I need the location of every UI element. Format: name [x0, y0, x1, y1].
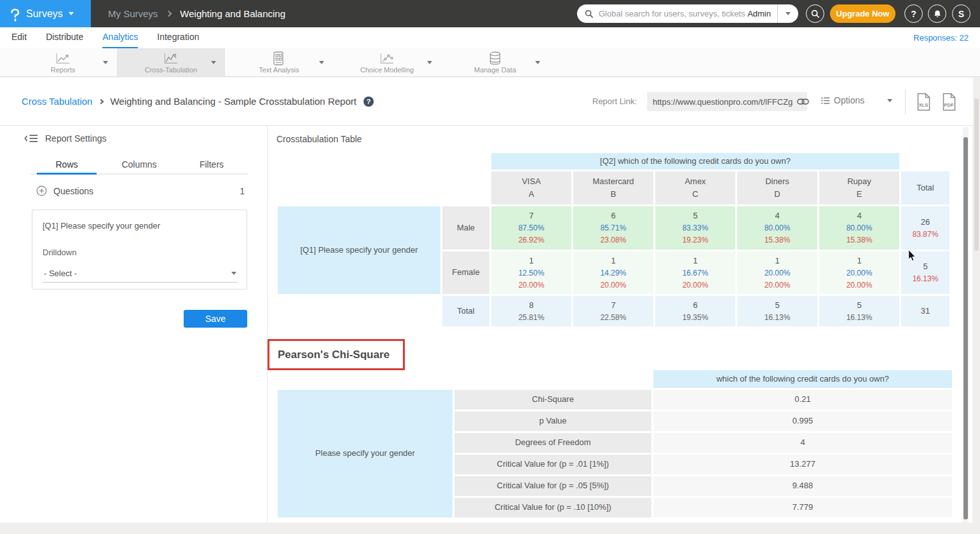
cell-count: 1 [529, 255, 533, 267]
settings-tab-rows[interactable]: Rows [31, 156, 103, 173]
chevron-down-icon[interactable] [103, 61, 108, 64]
svg-text:XLS: XLS [919, 102, 929, 108]
cell-column-percent: 14.29% [601, 267, 627, 279]
settings-tabs: RowsColumnsFilters [31, 156, 248, 175]
column-code: A [529, 188, 534, 201]
breadcrumb-my-surveys[interactable]: My Surveys [108, 8, 158, 19]
question-text: [Q1] Please specify your gender [43, 221, 160, 230]
chi-square-stat-label: Critical Value for (p = .10 [10%]) [454, 498, 651, 517]
cell-count: 26 [921, 216, 930, 229]
help-icon[interactable]: ? [364, 97, 374, 107]
cell-row-percent: 20.00% [519, 279, 545, 291]
row-header-male: Male [442, 206, 489, 250]
total-row-cell: 516.13% [819, 296, 899, 326]
choice-modelling-icon [379, 51, 395, 65]
cell-count: 7 [611, 299, 615, 312]
column-header-visa: VISAA [491, 171, 571, 204]
chi-square-stat-value: 9.488 [653, 476, 952, 496]
chevron-down-icon[interactable] [319, 61, 324, 64]
search-scope-dropdown[interactable] [778, 4, 798, 23]
toolbar-reports[interactable]: Reports [9, 48, 117, 76]
cell-row-percent: 16.13% [913, 273, 939, 285]
row-label: Total [457, 305, 474, 317]
stat-label: Critical Value for (p = .10 [10%]) [494, 501, 611, 514]
row-label: Female [452, 266, 479, 279]
cell-row-percent: 20.00% [847, 279, 873, 291]
stat-label: p Value [539, 415, 566, 427]
tab-distribute[interactable]: Distribute [46, 27, 83, 48]
crosstab-cell: 114.29%20.00% [573, 251, 653, 294]
tab-integration[interactable]: Integration [157, 27, 199, 48]
add-question-icon[interactable] [36, 185, 47, 196]
cell-row-percent: 83.87% [913, 229, 939, 241]
divider [267, 126, 268, 523]
search-button[interactable] [806, 4, 824, 23]
questions-count: 1 [240, 186, 245, 196]
cell-count: 5 [693, 210, 697, 222]
responses-count[interactable]: Responses: 22 [913, 27, 969, 48]
questions-section-header[interactable]: Questions 1 [31, 185, 248, 197]
divider [905, 89, 906, 114]
save-button[interactable]: Save [184, 310, 247, 328]
column-code: B [611, 188, 616, 201]
settings-tab-filters[interactable]: Filters [175, 156, 248, 173]
crosstab-cell: 787.50%26.92% [491, 206, 571, 250]
options-button[interactable]: Options [821, 95, 864, 105]
column-code: E [857, 188, 862, 201]
chevron-down-icon[interactable] [211, 61, 216, 64]
tab-edit[interactable]: Edit [11, 27, 27, 48]
toolbar-manage-data[interactable]: Manage Data [441, 48, 549, 76]
upgrade-now-button[interactable]: Upgrade Now [830, 4, 895, 23]
crosstab-section-title: Crosstabulation Table [276, 134, 362, 144]
toolbar-cross-tabulation[interactable]: Cross-Tabulation [117, 48, 225, 76]
link-icon[interactable] [797, 98, 809, 105]
crosstab-cell: 112.50%20.00% [491, 251, 571, 294]
row-header-female: Female [442, 251, 489, 294]
chevron-down-icon[interactable] [535, 61, 540, 64]
cell-percent: 22.58% [601, 312, 627, 324]
cell-count: 6 [693, 299, 697, 312]
cell-count: 4 [857, 210, 861, 222]
product-switcher[interactable]: Surveys [0, 0, 91, 27]
content-scrollbar-thumb[interactable] [963, 137, 968, 519]
column-header-diners: DinersD [737, 171, 817, 204]
report-link-url[interactable]: https://www.questionpro.com/t/lFFCZg [653, 97, 793, 107]
breadcrumb-survey-name: Weighting and Balancing [180, 8, 285, 19]
text-analysis-icon [271, 51, 287, 65]
cell-percent: 16.13% [765, 312, 791, 324]
toolbar-choice-modelling[interactable]: Choice Modelling [333, 48, 441, 76]
tab-analytics[interactable]: Analytics [102, 27, 138, 48]
notifications-button[interactable] [928, 4, 946, 23]
help-button[interactable]: ? [904, 4, 923, 23]
export-xls-button[interactable]: XLS [916, 93, 931, 111]
breadcrumb: My Surveys Weighting and Balancing [108, 0, 285, 27]
chevron-down-icon[interactable] [887, 99, 892, 102]
chevron-right-icon [99, 98, 104, 103]
grand-total-cell: 31 [901, 296, 949, 326]
chevron-down-icon[interactable] [427, 61, 432, 64]
report-settings-toggle[interactable]: Report Settings [24, 133, 107, 144]
stat-label: Critical Value for (p = .05 [5%]) [497, 479, 609, 492]
export-pdf-button[interactable]: PDF [941, 93, 956, 111]
cell-percent: 16.13% [847, 312, 873, 324]
column-question-text: [Q2] which of the following credit cards… [600, 155, 791, 168]
chi-square-stat-label: Degrees of Freedom [454, 433, 651, 453]
toolbar-text-analysis[interactable]: Text Analysis [225, 48, 333, 76]
search-input[interactable] [599, 9, 747, 18]
chi-square-stat-label: Chi-Square [454, 390, 651, 410]
cell-row-percent: 15.38% [765, 234, 791, 246]
stat-label: Chi-Square [532, 393, 574, 406]
options-label: Options [834, 95, 864, 105]
settings-tab-columns[interactable]: Columns [103, 156, 175, 173]
page-scrollbar-thumb[interactable] [974, 98, 979, 251]
drilldown-selected-value: - Select - [44, 269, 77, 278]
chi-square-stat-value: 13.277 [653, 455, 952, 474]
avatar[interactable]: S [952, 4, 970, 23]
cell-row-percent: 26.92% [519, 234, 545, 246]
cell-count: 4 [775, 210, 779, 222]
drilldown-select[interactable]: - Select - [43, 265, 238, 283]
report-link-field[interactable]: https://www.questionpro.com/t/lFFCZg [647, 92, 807, 111]
total-label: Total [916, 182, 934, 194]
cell-count: 5 [775, 299, 779, 312]
cross-tabulation-link[interactable]: Cross Tabulation [22, 96, 92, 107]
